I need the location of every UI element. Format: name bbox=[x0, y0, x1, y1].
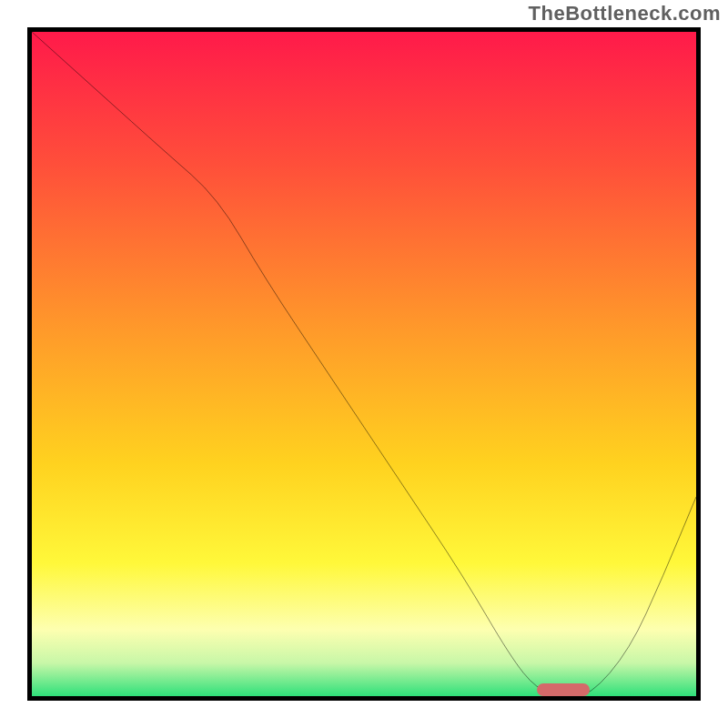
chart-container: TheBottleneck.com bbox=[0, 0, 728, 728]
plot-frame bbox=[27, 27, 701, 701]
watermark-text: TheBottleneck.com bbox=[529, 2, 721, 25]
bottleneck-curve bbox=[32, 32, 696, 696]
optimal-range-marker bbox=[537, 683, 590, 696]
